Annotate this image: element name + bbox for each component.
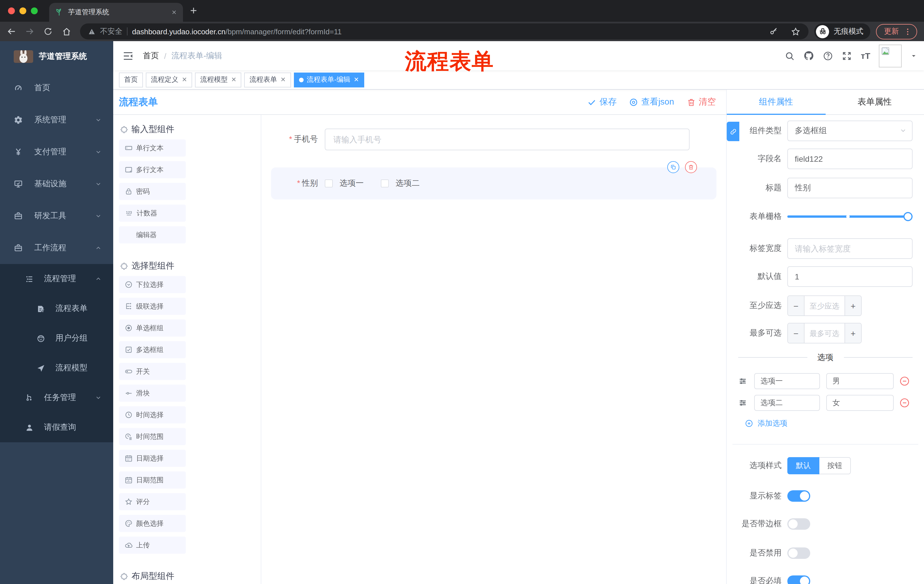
component-card-checkbox-group[interactable]: 多选框组 [119, 341, 186, 358]
sidebar-item-payment[interactable]: 支付管理 [0, 136, 113, 168]
remove-option-icon[interactable] [899, 376, 910, 386]
option-2-value-input[interactable] [826, 395, 894, 411]
font-size-icon[interactable]: ᴛT [861, 51, 870, 61]
component-card-multi-text[interactable]: 多行文本 [119, 161, 186, 178]
checkbox-unchecked-icon[interactable] [325, 179, 333, 188]
tag-home[interactable]: 首页 [119, 72, 143, 87]
tag-process-form[interactable]: 流程表单✕ [244, 72, 291, 87]
tab-form-props[interactable]: 表单属性 [825, 90, 924, 114]
component-card-date-range[interactable]: 日期范围 [119, 471, 186, 489]
tag-process-definition[interactable]: 流程定义✕ [146, 72, 192, 87]
component-card-dropdown[interactable]: 下拉选择 [119, 276, 186, 293]
sidebar-toggle-icon[interactable] [122, 50, 134, 61]
field-name-input[interactable] [787, 148, 912, 169]
slider-track[interactable] [787, 216, 912, 218]
forward-icon[interactable] [21, 26, 39, 36]
stepper-plus-button[interactable]: + [845, 296, 861, 316]
component-card-cascader[interactable]: 级联选择 [119, 298, 186, 315]
bookmark-star-icon[interactable] [791, 26, 800, 36]
form-canvas[interactable]: 手机号 性别 选项一 [261, 115, 726, 584]
traffic-minimize-button[interactable] [20, 7, 26, 14]
label-width-input[interactable] [787, 238, 912, 259]
tab-component-props[interactable]: 组件属性 [727, 90, 825, 114]
option-2-label-input[interactable] [754, 395, 820, 411]
traffic-zoom-button[interactable] [31, 7, 38, 14]
add-option-button[interactable]: 添加选项 [738, 418, 912, 429]
component-card-time-picker[interactable]: 时间选择 [119, 406, 186, 423]
sidebar-item-user-group[interactable]: 用户分组 [0, 323, 113, 353]
component-card-single-text[interactable]: 单行文本 [119, 140, 186, 156]
sidebar-item-infra[interactable]: 基础设施 [0, 168, 113, 200]
style-button-button[interactable]: 按钮 [819, 457, 851, 474]
phone-field-row[interactable]: 手机号 [261, 128, 726, 150]
browser-tab[interactable]: 芋道管理系统 [49, 3, 183, 22]
component-card-editor[interactable]: 编辑器 [119, 226, 186, 243]
address-bar[interactable]: 不安全 dashboard.yudao.iocoder.cn/bpm/manag… [80, 23, 808, 39]
stepper-minus-button[interactable]: − [788, 296, 805, 316]
sidebar-item-system[interactable]: 系统管理 [0, 104, 113, 136]
component-card-counter[interactable]: 计数器 [119, 204, 186, 222]
slider-handle[interactable] [903, 212, 912, 221]
sidebar-item-devtools[interactable]: 研发工具 [0, 200, 113, 232]
tag-close-icon[interactable]: ✕ [231, 76, 236, 84]
tag-close-icon[interactable]: ✕ [280, 76, 285, 84]
border-switch[interactable] [787, 518, 810, 530]
min-select-input[interactable] [805, 296, 845, 316]
option-1-label-input[interactable] [754, 373, 820, 389]
style-default-button[interactable]: 默认 [787, 457, 819, 474]
component-card-radio-group[interactable]: 单选框组 [119, 319, 186, 337]
menu-dots-icon[interactable] [903, 27, 912, 36]
gender-option-2[interactable]: 选项二 [381, 178, 420, 189]
sidebar-item-task-manage[interactable]: 任务管理 [0, 383, 113, 413]
avatar[interactable] [879, 44, 902, 67]
tag-process-model[interactable]: 流程模型✕ [195, 72, 241, 87]
home-icon[interactable] [57, 26, 76, 36]
browser-update-button[interactable]: 更新 [876, 24, 917, 39]
delete-component-button[interactable] [685, 161, 697, 173]
gender-field-selected[interactable]: 性别 选项一 选项二 [271, 168, 716, 199]
component-card-slider[interactable]: 滑块 [119, 385, 186, 402]
traffic-close-button[interactable] [8, 7, 15, 14]
form-grid-slider[interactable] [787, 206, 912, 227]
component-type-value[interactable] [787, 120, 912, 141]
sidebar-item-home[interactable]: 首页 [0, 72, 113, 104]
help-icon[interactable] [823, 51, 833, 61]
component-card-color-picker[interactable]: 颜色选择 [119, 515, 186, 532]
disabled-switch[interactable] [787, 548, 810, 559]
gender-option-1[interactable]: 选项一 [325, 178, 364, 189]
tag-close-icon[interactable]: ✕ [182, 76, 187, 84]
tag-close-icon[interactable]: ✕ [354, 76, 359, 84]
component-card-upload[interactable]: 上传 [119, 536, 186, 554]
duplicate-component-button[interactable] [667, 161, 679, 173]
avatar-caret-down-icon[interactable] [910, 52, 917, 59]
option-1-value-input[interactable] [826, 373, 894, 389]
breadcrumb-home[interactable]: 首页 [143, 51, 159, 61]
search-icon[interactable] [785, 51, 795, 61]
default-value-input[interactable] [787, 266, 912, 287]
component-card-password[interactable]: 密码 [119, 183, 186, 200]
show-label-switch[interactable] [787, 490, 810, 502]
reload-icon[interactable] [39, 27, 57, 36]
tab-close-icon[interactable] [171, 9, 177, 15]
title-input[interactable] [787, 178, 912, 198]
max-select-input[interactable] [805, 323, 845, 343]
fullscreen-icon[interactable] [842, 51, 852, 61]
sidebar-item-process-model[interactable]: 流程模型 [0, 353, 113, 383]
sidebar-item-workflow[interactable]: 工作流程 [0, 232, 113, 264]
sidebar-item-leave-query[interactable]: 请假查询 [0, 413, 113, 442]
clear-button[interactable]: 清空 [687, 97, 716, 107]
github-icon[interactable] [804, 50, 815, 61]
checkbox-unchecked-icon[interactable] [381, 179, 389, 188]
link-chain-button[interactable] [727, 122, 739, 141]
view-json-button[interactable]: 查看json [629, 97, 674, 107]
sidebar-item-process-manage[interactable]: 流程管理 [0, 264, 113, 294]
remove-option-icon[interactable] [899, 398, 910, 408]
tag-process-form-edit[interactable]: 流程表单-编辑✕ [294, 72, 364, 87]
stepper-minus-button[interactable]: − [788, 323, 805, 343]
sidebar-logo[interactable]: 芋道管理系统 [0, 41, 113, 72]
new-tab-button[interactable] [189, 6, 198, 15]
component-card-rate[interactable]: 评分 [119, 493, 186, 510]
required-switch[interactable] [787, 576, 810, 584]
stepper-plus-button[interactable]: + [845, 323, 861, 343]
sidebar-item-process-form[interactable]: 流程表单 [0, 294, 113, 323]
